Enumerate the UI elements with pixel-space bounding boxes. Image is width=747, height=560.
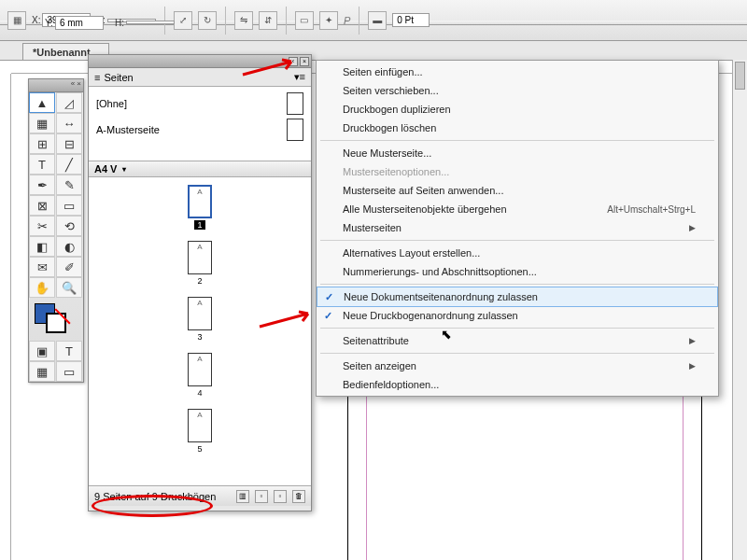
view-mode-preview[interactable]: ▭: [56, 361, 82, 382]
rectangle-tool[interactable]: ▭: [56, 195, 82, 216]
menu-item[interactable]: Druckbogen löschen: [317, 119, 718, 137]
menu-separator: [320, 284, 714, 285]
layout-dropdown-icon[interactable]: ▾: [122, 165, 126, 174]
container-icon[interactable]: ▭: [295, 11, 314, 30]
menu-item[interactable]: Seiten verschieben...: [317, 81, 718, 100]
menu-item[interactable]: Seiten anzeigen▶: [317, 357, 718, 375]
gap-tool[interactable]: ↔: [56, 113, 82, 133]
selection-tool[interactable]: ▲: [29, 92, 55, 113]
check-icon: ✓: [325, 291, 333, 303]
check-icon: ✓: [324, 310, 332, 322]
gradient-feather-tool[interactable]: ◐: [56, 236, 82, 257]
note-tool[interactable]: ✉: [29, 257, 55, 277]
fill-stroke-proxy[interactable]: [29, 301, 83, 337]
page-item[interactable]: A2: [89, 241, 311, 286]
vertical-scrollbar[interactable]: [732, 60, 747, 560]
submenu-arrow-icon: ▶: [689, 223, 696, 232]
menu-item-label: Druckbogen duplizieren: [343, 104, 451, 115]
menu-item[interactable]: Alle Musterseitenobjekte übergehenAlt+Um…: [317, 200, 718, 218]
menu-item-label: Nummerierungs- und Abschnittsoptionen...: [343, 266, 537, 277]
scale-icon[interactable]: ⤢: [174, 11, 192, 30]
pen-tool[interactable]: ✒: [29, 175, 55, 195]
apply-color-button[interactable]: ▣: [29, 341, 55, 361]
page-thumb[interactable]: A: [188, 297, 212, 330]
page-thumb[interactable]: A: [188, 185, 212, 218]
h-label: H:: [115, 18, 124, 28]
menu-item[interactable]: ✓Neue Dokumentseitenanordnung zulassen: [317, 287, 718, 307]
page-item[interactable]: A4: [89, 353, 311, 398]
menu-item[interactable]: Bedienfeldoptionen...: [317, 375, 718, 394]
pages-panel-title: Seiten: [104, 72, 133, 83]
menu-item[interactable]: Nummerierungs- und Abschnittsoptionen...: [317, 262, 718, 281]
page-item[interactable]: A3: [89, 297, 311, 342]
edit-page-size-button[interactable]: ▥: [236, 490, 249, 503]
pages-panel-footer: 9 Seiten auf 9 Druckbögen ▥ ▫ ▫ 🗑: [89, 485, 311, 506]
pages-panel-tab[interactable]: ≡ Seiten ▾≡: [89, 68, 311, 87]
h-field[interactable]: [126, 21, 175, 24]
delete-page-button[interactable]: 🗑: [292, 490, 305, 503]
vertical-ruler[interactable]: [0, 74, 11, 560]
page-thumb[interactable]: A: [188, 353, 212, 386]
menu-item[interactable]: Musterseiten▶: [317, 218, 718, 237]
page-thumb[interactable]: A: [188, 409, 212, 442]
page-item[interactable]: A1: [89, 185, 311, 230]
new-page-alt-button[interactable]: ▫: [274, 490, 287, 503]
eyedropper-tool[interactable]: ✐: [56, 257, 82, 277]
panel-collapse-button[interactable]: ‹: [289, 57, 298, 66]
content-collector-tool[interactable]: ⊞: [29, 133, 55, 154]
gradient-swatch-tool[interactable]: ◧: [29, 236, 55, 257]
menu-item-label: Musterseitenoptionen...: [343, 166, 449, 177]
content-icon[interactable]: ✦: [319, 11, 338, 30]
menu-item: Musterseitenoptionen...: [317, 162, 718, 181]
zoom-tool[interactable]: 🔍: [56, 277, 82, 298]
apply-none-button[interactable]: T: [56, 341, 82, 361]
y-field[interactable]: 6 mm: [55, 16, 104, 30]
rotate-icon[interactable]: ↻: [198, 11, 217, 30]
panel-close-button[interactable]: ×: [300, 57, 309, 66]
page-thumb[interactable]: A: [188, 241, 212, 274]
masters-section[interactable]: [Ohne] A-Musterseite: [89, 87, 311, 161]
panel-menu-button[interactable]: ▾≡: [294, 71, 305, 83]
menu-item[interactable]: Neue Musterseite...: [317, 144, 718, 162]
menu-item-label: Bedienfeldoptionen...: [343, 379, 439, 390]
submenu-arrow-icon: ▶: [689, 336, 696, 345]
pages-list[interactable]: A1A2A3A4A5: [89, 177, 311, 485]
menu-item[interactable]: Druckbogen duplizieren: [317, 100, 718, 119]
pencil-tool[interactable]: ✎: [56, 175, 82, 195]
page-tool[interactable]: ▦: [29, 113, 55, 133]
page-item[interactable]: A5: [89, 409, 311, 454]
menu-separator: [320, 240, 714, 241]
pages-panel-titlebar[interactable]: ‹ ×: [89, 55, 311, 68]
page-number-label: 4: [194, 388, 204, 398]
menu-item[interactable]: Seitenattribute▶: [317, 331, 718, 350]
view-mode-normal[interactable]: ▦: [29, 361, 55, 382]
menu-item[interactable]: ✓Neue Druckbogenanordnung zulassen: [317, 306, 718, 325]
reference-point-icon[interactable]: ▦: [7, 11, 26, 30]
master-none-thumb[interactable]: [287, 92, 303, 115]
menu-item-label: Seiten anzeigen: [343, 360, 416, 371]
menu-item[interactable]: Musterseite auf Seiten anwenden...: [317, 181, 718, 200]
stroke-weight-field[interactable]: 0 Pt: [392, 13, 430, 27]
menu-item-label: Seitenattribute: [343, 335, 409, 346]
menu-item-label: Seiten verschieben...: [343, 85, 439, 96]
free-transform-tool[interactable]: ⟲: [56, 216, 82, 236]
master-a-thumb[interactable]: [287, 119, 303, 141]
type-tool[interactable]: T: [29, 154, 55, 175]
scissors-tool[interactable]: ✂: [29, 216, 55, 236]
master-a-row[interactable]: A-Musterseite: [92, 117, 307, 143]
pages-panel: ‹ × ≡ Seiten ▾≡ [Ohne] A-Musterseite A4 …: [88, 54, 312, 511]
stroke-icon[interactable]: ▬: [368, 11, 387, 30]
master-none-row[interactable]: [Ohne]: [92, 91, 307, 117]
direct-selection-tool[interactable]: ◿: [56, 92, 82, 113]
rectangle-frame-tool[interactable]: ⊠: [29, 195, 55, 216]
line-tool[interactable]: ╱: [56, 154, 82, 175]
hand-tool[interactable]: ✋: [29, 277, 55, 298]
menu-item[interactable]: Alternatives Layout erstellen...: [317, 244, 718, 262]
menu-item[interactable]: Seiten einfügen...: [317, 63, 718, 81]
layout-header[interactable]: A4 V ▾: [89, 161, 311, 177]
new-page-button[interactable]: ▫: [255, 490, 268, 503]
content-placer-tool[interactable]: ⊟: [56, 133, 82, 154]
tools-panel-header[interactable]: « ×: [29, 79, 83, 92]
flip-v-icon[interactable]: ⇵: [259, 11, 277, 30]
flip-h-icon[interactable]: ⇋: [234, 11, 253, 30]
